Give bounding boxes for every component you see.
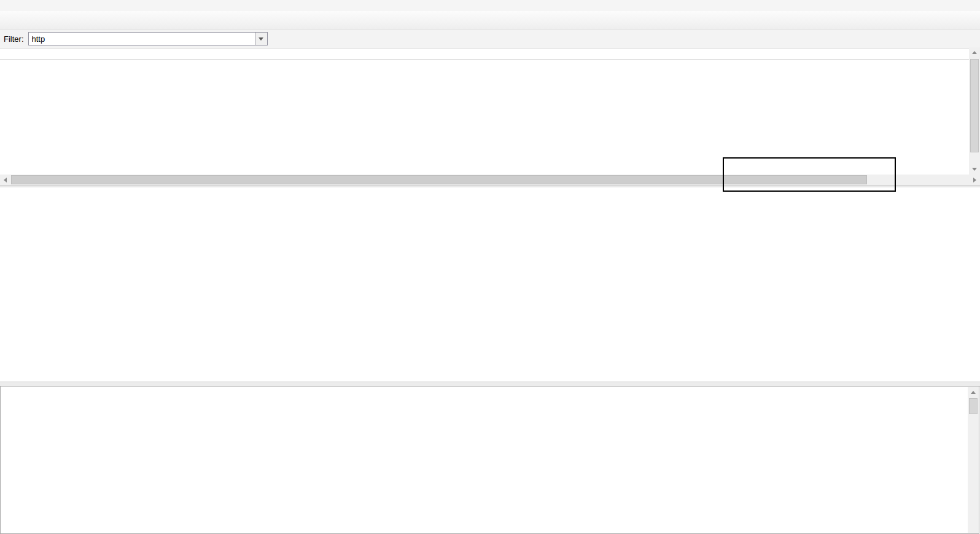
scroll-up-button[interactable] — [969, 47, 980, 58]
filter-toolbar: Filter: — [0, 29, 980, 49]
menu-bar — [0, 0, 980, 11]
packet-list-vscrollbar[interactable] — [969, 47, 980, 175]
scroll-right-button[interactable] — [970, 175, 980, 185]
bytes-scroll-up-button[interactable] — [968, 387, 979, 398]
scroll-left-button[interactable] — [0, 175, 10, 185]
bytes-vscroll-thumb[interactable] — [969, 398, 978, 414]
hscroll-thumb[interactable] — [11, 175, 867, 184]
packet-bytes-pane — [0, 386, 979, 534]
packet-bytes-vscrollbar[interactable] — [968, 387, 979, 533]
main-toolbar — [0, 11, 980, 29]
packet-details-pane — [0, 187, 980, 382]
filter-combo-dropdown-button[interactable] — [255, 33, 267, 45]
packet-list-hscrollbar[interactable] — [0, 175, 980, 185]
scroll-down-button[interactable] — [969, 164, 980, 175]
chevron-down-icon — [259, 37, 263, 41]
filter-input[interactable] — [29, 33, 255, 45]
vscroll-thumb[interactable] — [970, 59, 979, 152]
packet-list-header — [0, 49, 969, 60]
filter-combo — [28, 32, 268, 45]
filter-label: Filter: — [4, 34, 24, 44]
